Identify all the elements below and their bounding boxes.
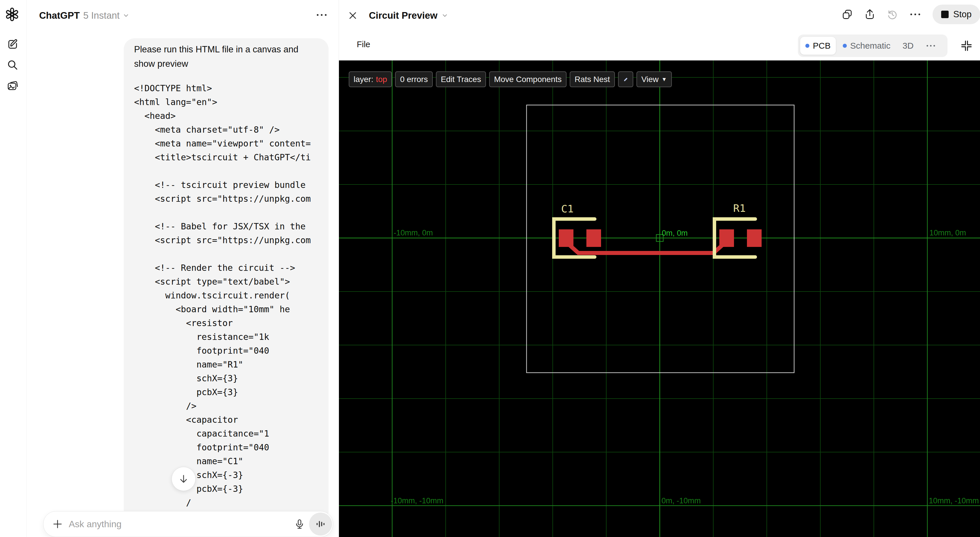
layer-button[interactable]: layer: top [349,72,392,87]
code-line: footprint="040 [134,441,329,454]
code-line: schX={3} [134,371,329,386]
code-line: resistance="1k [134,330,329,344]
coord-label-bottom-right: 10mm, -10mm [929,496,979,505]
pcb-canvas[interactable]: C1 R1 -10mm, 0m 0m, 0m 10mm, 0m -10mm, -… [339,61,980,537]
tabs-overflow[interactable] [920,37,941,55]
code-line: <meta charset="utf-8" /> [134,123,329,137]
schematic-status-dot [843,44,847,48]
search-icon[interactable] [7,59,18,71]
canvas-options-icon[interactable] [909,11,921,18]
tab-schematic-label: Schematic [850,41,891,51]
pcb-toolbar: layer: top 0 errors Edit Traces Move Com… [349,72,672,87]
pencil-icon [623,75,628,84]
code-line: <resistor [134,316,329,330]
code-line: <board width="10mm" he [134,303,329,316]
chat-options-icon[interactable] [315,11,328,18]
canvas-title[interactable]: Circuit Preview [369,10,438,21]
coord-label-left: -10mm, 0m [394,228,433,237]
tab-pcb-label: PCB [813,41,830,51]
code-line: <script src="https://unpkg.com [134,233,329,247]
code-line: pcbX={-3} [134,482,329,496]
code-line: capacitance="1 [134,427,329,441]
r1-pad2[interactable] [747,229,762,247]
r1-label: R1 [733,202,746,214]
composer [43,511,333,537]
code-line: <!DOCTYPE html> [134,81,329,95]
view-label: View [641,75,659,84]
edit-traces-button[interactable]: Edit Traces [436,72,486,87]
c1-label: C1 [561,203,573,215]
canvas-title-chevron-icon[interactable] [441,12,448,19]
code-line: pcbX={3} [134,386,329,399]
collapse-fullscreen-icon[interactable] [961,40,972,52]
new-chat-icon[interactable] [7,38,18,50]
code-line: <head> [134,109,329,123]
code-line: /> [134,399,329,413]
coord-label-bottom-center: 0m, -10mm [662,496,701,505]
view-dropdown-button[interactable]: View ▼ [636,72,672,87]
user-message-text: Please run this HTML file in a canvas an… [134,42,321,71]
microphone-icon[interactable] [294,519,305,529]
errors-button[interactable]: 0 errors [395,72,433,87]
voice-mode-button[interactable] [309,513,332,535]
code-line: schX={-3} [134,468,329,482]
c1-pad2[interactable] [586,229,601,247]
message-line: show preview [134,57,321,71]
stop-label: Stop [953,9,972,19]
code-line: <!-- Render the circuit --> [134,261,329,275]
share-icon[interactable] [864,9,875,20]
app-window: ChatGPT 5 Instant Please run this HTML f… [0,0,980,537]
view-tabs: PCB Schematic 3D [798,35,948,57]
stop-square-icon [941,11,949,18]
coord-label-origin: 0m, 0m [662,229,688,237]
stop-button[interactable]: Stop [932,5,980,24]
code-line [134,247,329,261]
code-line [134,206,329,220]
pencil-tool-button[interactable] [618,72,633,87]
tab-pcb[interactable]: PCB [800,37,836,55]
code-line: <script type="text/babel"> [134,275,329,288]
rats-nest-button[interactable]: Rats Nest [570,72,615,87]
layer-value: top [376,75,387,84]
code-line: <!-- Babel for JSX/TSX in the [134,220,329,233]
code-line: name="C1" [134,454,329,468]
tabs-overflow-icon [926,44,936,48]
code-line: <capacitor [134,413,329,427]
composer-input[interactable] [68,519,294,530]
chat-title[interactable]: ChatGPT [39,10,80,21]
code-line: footprint="040 [134,344,329,358]
chat-model-label[interactable]: 5 Instant [83,10,120,21]
code-line: <html lang="en"> [134,95,329,109]
message-line: Please run this HTML file in a canvas an… [134,42,321,57]
close-canvas-icon[interactable] [348,11,357,20]
copy-icon[interactable] [842,9,853,20]
tab-schematic[interactable]: Schematic [838,37,896,55]
tab-3d[interactable]: 3D [897,37,919,55]
canvas-header: Circuit Preview [348,7,448,24]
coord-label-right: 10mm, 0m [929,228,966,237]
r1-pad1[interactable] [719,229,734,247]
history-icon[interactable] [886,9,898,20]
model-chevron-down-icon[interactable] [123,12,129,19]
attach-plus-icon[interactable] [52,519,62,529]
code-line: <script src="https://unpkg.com [134,192,329,206]
code-line: <!-- tscircuit preview bundle [134,178,329,192]
tab-3d-label: 3D [903,41,913,51]
file-menu[interactable]: File [357,40,370,49]
canvas-actions: Stop [842,5,980,24]
code-line: / [134,496,329,510]
code-line: <meta name="viewport" content= [134,137,329,150]
arrow-down-icon [179,474,188,484]
c1-pad1[interactable] [559,229,573,247]
chat-header: ChatGPT 5 Instant [35,7,334,24]
move-components-button[interactable]: Move Components [489,72,566,87]
openai-logo-icon [5,7,19,22]
layer-prefix: layer: [354,75,373,84]
library-icon[interactable] [7,80,18,91]
pcb-status-dot [805,44,810,48]
pcb-scene: C1 R1 -10mm, 0m 0m, 0m 10mm, 0m -10mm, -… [339,61,980,537]
scroll-to-bottom-button[interactable] [172,467,196,491]
waveform-icon [315,519,326,529]
sidebar-rail [0,0,27,537]
coord-label-bottom-left: -10mm, -10mm [391,496,443,505]
